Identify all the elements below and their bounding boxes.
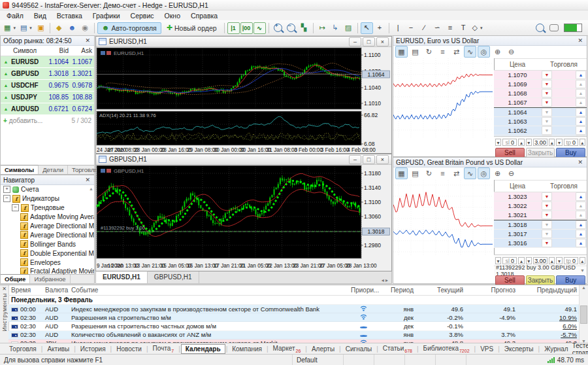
auto-scroll-button[interactable]: ↳	[329, 22, 342, 34]
depth-row[interactable]: 1.3017 ▼ ▲	[494, 230, 587, 239]
close-icon[interactable]: ×	[376, 155, 389, 164]
maximize-icon[interactable]: □	[363, 155, 375, 164]
tick-chart-icon[interactable]: ∿	[464, 167, 476, 179]
grouped-icon[interactable]: ◎	[478, 167, 490, 179]
volume-field[interactable]: 3.00	[533, 257, 547, 264]
scroll-down-icon[interactable]: ▼	[89, 269, 93, 274]
gbpusd-price-chart[interactable]: #11392292 buy 3.00GBPUSD,H11.31801.31401…	[96, 165, 391, 271]
volume-field[interactable]: 3.00	[533, 139, 547, 146]
line-mode-button[interactable]: ∿	[253, 22, 266, 34]
tp-field[interactable]: tp0	[564, 257, 578, 264]
tab-scroll-arrows[interactable]: ◂ ▸	[382, 277, 391, 283]
buy-at-icon[interactable]: ▲	[576, 201, 586, 210]
tree-item-8[interactable]: fEnvelopes	[1, 258, 94, 267]
vertical-line-button[interactable]: |	[392, 22, 404, 34]
buy-at-icon[interactable]: ▲	[576, 230, 586, 238]
sell-at-icon[interactable]: ▼	[542, 117, 552, 126]
search-icon[interactable]	[536, 24, 544, 32]
buy-at-icon[interactable]: ▲	[576, 117, 586, 126]
volume-down-button[interactable]: ▾	[526, 139, 532, 146]
fibo-button[interactable]: ∽	[431, 22, 444, 34]
zoom-in-icon[interactable]: ⊕	[491, 46, 504, 58]
toolbox-tab-Эксперты[interactable]: Эксперты	[500, 345, 538, 353]
zoom-in-icon[interactable]: ⊕	[491, 167, 504, 179]
signals-button[interactable]: ◉	[79, 22, 91, 34]
depth-row[interactable]: 1.1068 ▼ ▲	[494, 89, 587, 98]
buy-button[interactable]: Buy	[556, 148, 585, 158]
close-position-button[interactable]: Закрыть	[526, 148, 555, 158]
sell-at-icon[interactable]: ▼	[542, 98, 552, 107]
tree-expander-icon[interactable]: −	[3, 195, 10, 202]
sell-at-icon[interactable]: ▼	[542, 89, 552, 97]
toolbox-tab-Активы[interactable]: Активы	[43, 345, 73, 353]
chart-toggle-icon[interactable]: ▦	[395, 167, 408, 179]
sell-at-icon[interactable]: ▼	[542, 230, 552, 238]
tree-item-1[interactable]: −fИндикаторы	[1, 194, 94, 203]
new-order-button[interactable]: ✚Новый ордер	[162, 22, 221, 34]
calendar-scrollbar[interactable]: ▲ ▼	[579, 285, 588, 343]
depth-row[interactable]: 1.1062 ▼ ▲	[494, 126, 587, 135]
depth-icon[interactable]: ≡	[436, 46, 449, 58]
toolbox-tab-Почта[interactable]: Почта7	[149, 344, 178, 354]
orders-book-icon[interactable]: ▤	[409, 167, 421, 179]
tree-item-2[interactable]: −fТрендовые	[1, 203, 94, 213]
menu-item-0[interactable]: Файл	[1, 12, 29, 20]
autotrade-button[interactable]: ☻Авто-торговля	[97, 22, 161, 34]
scroll-thumb[interactable]	[580, 305, 587, 324]
buy-at-icon[interactable]: ▲	[576, 108, 586, 116]
chat-icon[interactable]	[549, 24, 559, 31]
close-icon[interactable]: ✕	[2, 286, 7, 292]
volume-down-button[interactable]: ▾	[526, 257, 532, 264]
market-row-USDCHF[interactable]: ▲ USDCHF 0.9675 0.9678	[1, 80, 94, 92]
close-icon[interactable]: ✕	[576, 38, 584, 44]
crosshair-button[interactable]: +	[374, 22, 386, 34]
buy-at-icon[interactable]: ▲	[576, 239, 586, 247]
tree-expander-icon[interactable]: −	[12, 204, 19, 211]
buy-at-icon[interactable]: ▲	[576, 126, 586, 135]
toolbox-tab-История[interactable]: История	[76, 345, 110, 353]
trend-line-button[interactable]: ∕	[418, 22, 431, 34]
depth-row[interactable]: 1.1063 ▼ ▲	[494, 117, 587, 126]
market-watch-tab-1[interactable]: Детали	[39, 165, 68, 174]
sl-down-button[interactable]: ▾	[495, 139, 501, 146]
eurusd-price-chart[interactable]: EURUSD,H1ADX(14) 20.21 11.38 9.761.11001…	[96, 47, 391, 154]
close-position-button[interactable]: Закрыть	[526, 275, 555, 285]
tp-field[interactable]: tp0	[564, 139, 578, 146]
tree-expander-icon[interactable]: +	[3, 186, 10, 193]
close-icon[interactable]: ✕	[84, 177, 91, 183]
sell-at-icon[interactable]: ▼	[542, 108, 552, 116]
open-position-row[interactable]: #11392292 buy 3.00 GBPUSD 1.3018 ▼	[494, 266, 587, 275]
profiles-button[interactable]: ▤▾	[18, 22, 34, 34]
zoom-out-icon[interactable]: ⊖	[505, 167, 517, 179]
depth-row[interactable]: 1.3016 ▼ ▲	[494, 239, 587, 248]
candles-mode-button[interactable]: |00	[240, 22, 253, 34]
sell-at-icon[interactable]: ▼	[542, 201, 552, 210]
buy-at-icon[interactable]: ▲	[576, 192, 586, 201]
buy-at-icon[interactable]: ▲	[576, 211, 586, 219]
tp-up-button[interactable]: ▴	[580, 139, 585, 146]
deposit-button[interactable]: ◆	[53, 22, 65, 34]
toolbox-tab-Журнал[interactable]: Журнал	[540, 345, 572, 353]
depth-row[interactable]: 1.3023 ▼ ▲	[494, 192, 587, 201]
tree-item-7[interactable]: fDouble Exponential Moving Average	[1, 249, 94, 258]
depth-row[interactable]: 1.1064 ▼ ▲	[494, 107, 587, 117]
market-row-AUDUSD[interactable]: ▲ AUDUSD 0.6721 0.6724	[1, 103, 94, 115]
menu-item-1[interactable]: Вид	[29, 12, 52, 20]
status-profile[interactable]: Default	[293, 355, 344, 365]
buy-at-icon[interactable]: ▲	[576, 220, 586, 229]
tree-item-0[interactable]: +Счета	[1, 185, 94, 194]
tree-item-5[interactable]: fAverage Directional Movement Index Wild…	[1, 230, 94, 239]
tree-item-6[interactable]: fBollinger Bands	[1, 239, 94, 249]
zoom-in-button[interactable]	[272, 22, 284, 34]
market-row-EURUSD[interactable]: ▲ EURUSD 1.1064 1.1067	[1, 56, 94, 68]
buy-at-icon[interactable]: ▲	[576, 71, 586, 79]
toolbox-tab-Торговля[interactable]: Торговля	[5, 345, 41, 353]
chart-tab-1[interactable]: GBPUSD,H1	[148, 271, 199, 283]
sell-at-icon[interactable]: ▼	[542, 71, 552, 79]
toolbox-tab-Статьи[interactable]: Статьи678	[379, 344, 416, 354]
tree-item-3[interactable]: fAdaptive Moving Average	[1, 213, 94, 222]
depth-row[interactable]: 1.1070 ▼ ▲	[494, 71, 587, 80]
chart-window-title[interactable]: GBPUSD,H1 – □ ×	[96, 154, 391, 165]
menu-item-6[interactable]: Справка	[186, 12, 223, 20]
menu-item-4[interactable]: Сервис	[125, 12, 159, 20]
